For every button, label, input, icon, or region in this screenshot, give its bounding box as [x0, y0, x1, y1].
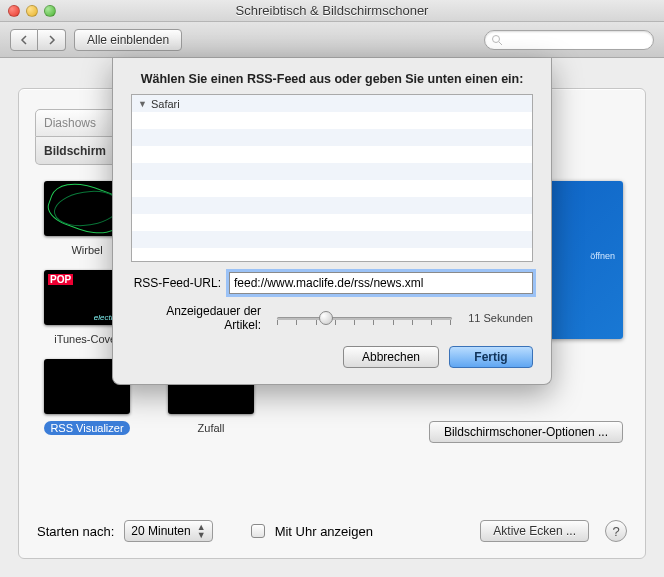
slider-knob[interactable]	[319, 311, 333, 325]
duration-slider[interactable]	[277, 308, 452, 328]
sheet-title: Wählen Sie einen RSS-Feed aus oder geben…	[131, 72, 533, 86]
show-all-button[interactable]: Alle einblenden	[74, 29, 182, 51]
help-button[interactable]: ?	[605, 520, 627, 542]
rss-url-input[interactable]	[229, 272, 533, 294]
svg-point-0	[493, 35, 500, 42]
preview-badge: öffnen	[590, 251, 615, 261]
chevron-left-icon	[20, 35, 28, 45]
back-button[interactable]	[10, 29, 38, 51]
hot-corners-button[interactable]: Aktive Ecken ...	[480, 520, 589, 542]
stepper-arrows-icon: ▲▼	[197, 523, 206, 539]
show-clock-checkbox[interactable]	[251, 524, 265, 538]
window-title: Schreibtisch & Bildschirmschoner	[0, 3, 664, 18]
duration-value: 11 Sekunden	[468, 312, 533, 324]
start-after-select[interactable]: 20 Minuten ▲▼	[124, 520, 212, 542]
thumbnail-label: Wirbel	[65, 243, 108, 257]
show-clock-label: Mit Uhr anzeigen	[275, 524, 373, 539]
start-after-label: Starten nach:	[37, 524, 114, 539]
thumbnail-label: Zufall	[192, 421, 231, 435]
screensaver-options-button[interactable]: Bildschirmschoner-Optionen ...	[429, 421, 623, 443]
question-mark-icon: ?	[612, 524, 619, 539]
disclosure-triangle-icon[interactable]: ▼	[138, 99, 147, 109]
svg-line-1	[499, 42, 502, 45]
thumbnail-label: RSS Visualizer	[44, 421, 129, 435]
cancel-button[interactable]: Abbrechen	[343, 346, 439, 368]
rss-feed-sheet: Wählen Sie einen RSS-Feed aus oder geben…	[112, 58, 552, 385]
list-group-safari[interactable]: ▼ Safari	[132, 95, 532, 112]
done-button[interactable]: Fertig	[449, 346, 533, 368]
list-group-label: Safari	[151, 98, 180, 110]
chevron-right-icon	[48, 35, 56, 45]
forward-button[interactable]	[38, 29, 66, 51]
search-input[interactable]	[484, 30, 654, 50]
select-value: 20 Minuten	[131, 524, 190, 538]
feed-list[interactable]: ▼ Safari	[131, 94, 533, 262]
url-label: RSS-Feed-URL:	[131, 276, 221, 290]
search-icon	[491, 34, 503, 46]
duration-label: Anzeigedauer der Artikel:	[131, 304, 261, 332]
